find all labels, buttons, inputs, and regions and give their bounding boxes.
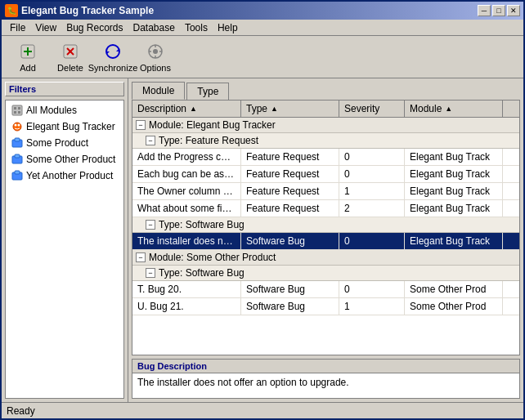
cell-type: Software Bug [241,233,339,249]
cell-type: Feature Request [241,149,339,165]
col-header-severity[interactable]: Severity [339,101,405,117]
table-row[interactable]: U. Bug 21. Software Bug 1 Some Other Pro… [132,298,519,315]
some-other-product-label: Some Other Product [26,154,115,165]
cell-module: Some Other Prod [405,298,503,315]
subgroup-header-software-bug[interactable]: − Type: Software Bug [132,217,519,233]
description-panel-header: Bug Description [132,360,519,373]
menu-file[interactable]: File [5,20,30,35]
synchronize-button[interactable]: Synchronize [93,39,132,75]
options-label: Options [140,63,171,73]
some-product-label: Some Product [26,137,88,149]
table-row[interactable]: The installer does not offer an Software… [132,233,519,250]
subgroup-header-feature-request[interactable]: − Type: Feature Request [132,133,519,149]
svg-point-9 [153,49,158,54]
delete-icon [61,42,80,61]
svg-point-20 [15,124,17,127]
cell-module: Elegant Bug Track [405,200,503,217]
grid-body: − Module: Elegant Bug Tracker − Type: Fe… [132,118,519,355]
svg-rect-16 [18,107,20,109]
svg-rect-15 [14,107,16,109]
add-button[interactable]: Add [8,39,47,75]
yet-another-product-label: Yet Another Product [26,170,113,181]
cell-extra [503,233,519,249]
main-window: 🐛 Elegant Bug Tracker Sample ─ □ ✕ File … [0,0,525,420]
cell-severity: 0 [339,149,405,165]
table-row[interactable]: T. Bug 20. Software Bug 0 Some Other Pro… [132,281,519,298]
svg-rect-27 [15,171,20,174]
cell-extra [503,166,519,182]
cell-extra [503,183,519,199]
minimize-button[interactable]: ─ [478,5,491,16]
description-panel: Bug Description The installer does not o… [132,359,520,399]
col-header-type[interactable]: Type ▲ [241,101,339,117]
group-header-some-other-product[interactable]: − Module: Some Other Product [132,250,519,266]
sidebar-tree: All Modules Elegant Bug Tracker [5,100,124,399]
collapse-some-other-product[interactable]: − [136,252,146,262]
right-panel: Module Type Description ▲ Type ▲ Severit… [128,78,523,402]
table-row[interactable]: What about some field that sh Feature Re… [132,200,519,217]
cell-extra [503,281,519,297]
cell-description: Each bug can be assigned to [132,166,241,182]
sidebar-item-some-product[interactable]: Some Product [9,135,120,151]
cell-severity: 0 [339,281,405,297]
cell-extra [503,149,519,165]
table-row[interactable]: Each bug can be assigned to Feature Requ… [132,166,519,183]
elegant-bug-tracker-label: Elegant Bug Tracker [26,121,115,132]
collapse-software-bug[interactable]: − [146,220,155,230]
all-modules-label: All Modules [26,105,77,116]
cell-description: The Owner column should pro [132,183,241,199]
table-row[interactable]: Add the Progress column, whi Feature Req… [132,149,519,166]
grid-container: Description ▲ Type ▲ Severity Module ▲ [132,100,520,355]
svg-rect-25 [15,154,20,158]
options-button[interactable]: Options [136,39,175,75]
table-row[interactable]: The Owner column should pro Feature Requ… [132,183,519,200]
tab-module[interactable]: Module [132,82,185,100]
add-label: Add [20,63,36,73]
col-header-module[interactable]: Module ▲ [405,101,503,117]
cell-description: Add the Progress column, whi [132,149,241,165]
delete-label: Delete [57,63,83,73]
sidebar-item-yet-another-product[interactable]: Yet Another Product [9,168,120,184]
title-bar: 🐛 Elegant Bug Tracker Sample ─ □ ✕ [2,2,523,20]
filters-header: Filters [5,82,124,96]
menu-database[interactable]: Database [128,20,180,35]
cell-severity: 0 [339,233,405,249]
synchronize-label: Synchronize [88,63,138,73]
options-icon [146,42,165,61]
cell-description: T. Bug 20. [132,281,241,297]
delete-button[interactable]: Delete [51,39,90,75]
group-header-elegant[interactable]: − Module: Elegant Bug Tracker [132,118,519,133]
subgroup-header-software-bug-2[interactable]: − Type: Software Bug [132,266,519,281]
toolbar: Add Delete Synchronize [2,36,523,78]
maximize-button[interactable]: □ [492,5,505,16]
menu-bar: File View Bug Records Database Tools Hel… [2,20,523,36]
status-bar: Ready [2,402,523,418]
sidebar: Filters All Modules [2,78,128,402]
cell-severity: 2 [339,200,405,217]
window-title: Elegant Bug Tracker Sample [21,5,474,16]
cell-severity: 1 [339,298,405,315]
some-product-icon [11,136,24,150]
sidebar-item-all-modules[interactable]: All Modules [9,102,120,118]
grid-header: Description ▲ Type ▲ Severity Module ▲ [132,101,519,118]
svg-rect-17 [14,111,16,114]
description-panel-body: The installer does not offer an option t… [132,373,519,398]
sidebar-item-some-other-product[interactable]: Some Other Product [9,151,120,168]
collapse-elegant[interactable]: − [136,120,146,130]
menu-bug-records[interactable]: Bug Records [61,20,128,35]
cell-severity: 0 [339,166,405,182]
app-icon: 🐛 [5,4,18,17]
cell-module: Some Other Prod [405,281,503,297]
collapse-software-bug-2[interactable]: − [146,268,155,278]
window-controls: ─ □ ✕ [478,5,520,16]
col-header-description[interactable]: Description ▲ [132,101,241,117]
menu-help[interactable]: Help [213,20,243,35]
tab-type[interactable]: Type [186,83,229,100]
menu-tools[interactable]: Tools [180,20,213,35]
close-button[interactable]: ✕ [507,5,520,16]
sidebar-item-elegant-bug-tracker[interactable]: Elegant Bug Tracker [9,118,120,135]
menu-view[interactable]: View [30,20,61,35]
collapse-feature-request[interactable]: − [146,136,155,145]
cell-type: Feature Request [241,166,339,182]
col-header-scroll [503,101,519,117]
